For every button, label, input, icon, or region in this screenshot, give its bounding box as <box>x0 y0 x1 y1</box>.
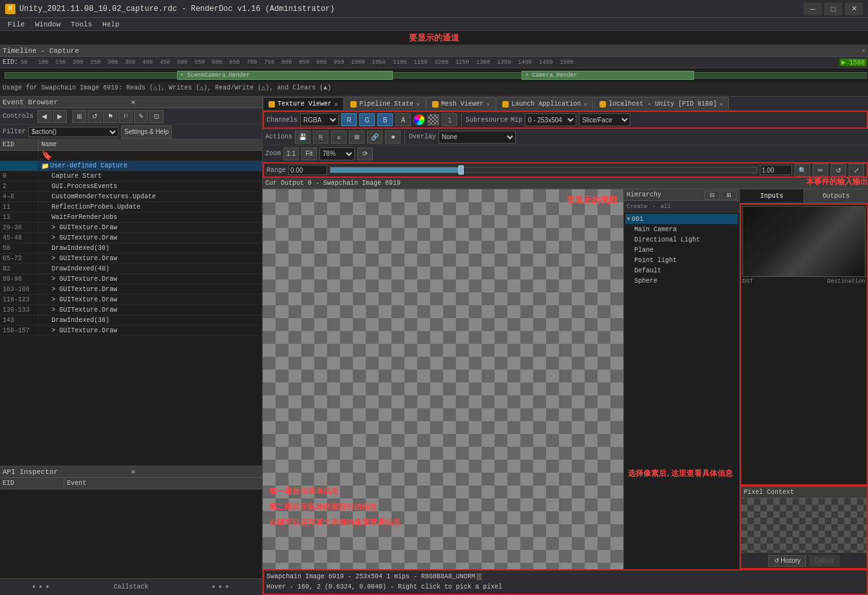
tab-pipeline-state[interactable]: Pipeline State ✕ <box>344 97 426 110</box>
hierarchy-item[interactable]: Main Camera <box>633 224 738 234</box>
settings-btn[interactable]: Settings & Help <box>121 126 172 138</box>
hierarchy-item[interactable]: Point light <box>633 255 738 265</box>
table-row[interactable]: 13 WaitForRenderJobs <box>0 212 262 223</box>
api-dots-right[interactable]: ••• <box>211 582 231 592</box>
overlay-select[interactable]: None <box>439 131 516 144</box>
toolbar-btn2[interactable]: ↺ <box>88 110 102 123</box>
event-browser-toolbar: Controls ◀ ▶ ⊞ ↺ ⚑ ⚐ ✎ ⊡ <box>0 108 262 125</box>
hierarchy-item[interactable]: ▼ 001 <box>625 214 738 224</box>
toolbar-btn6[interactable]: ⊡ <box>149 110 164 123</box>
table-row[interactable]: 116-123 > GUITexture.Draw <box>0 295 262 305</box>
close-button[interactable]: ✕ <box>845 3 863 15</box>
io-content: DST Destination <box>740 203 868 486</box>
table-row[interactable]: 🔖 <box>0 151 262 161</box>
tab-mesh-viewer[interactable]: Mesh Viewer ✕ <box>426 97 496 110</box>
grid-action-btn[interactable]: ⊞ <box>349 131 364 144</box>
table-row[interactable]: 📁 User-defined Capture <box>0 161 262 171</box>
timeline-segment1[interactable]: + SceneCamera_Render <box>177 71 393 80</box>
toolbar-btn3[interactable]: ⚑ <box>103 110 117 123</box>
tab-close[interactable]: ✕ <box>334 100 338 108</box>
hierarchy-btn2[interactable]: ⊞ <box>721 191 737 200</box>
fit-btn[interactable]: Fit <box>301 147 317 160</box>
api-inspector-close[interactable]: ✕ <box>131 468 260 476</box>
copy-action-btn[interactable]: ⎘ <box>313 131 328 144</box>
table-row[interactable]: 2 GUI.ProcessEvents <box>0 182 262 192</box>
g-btn[interactable]: G <box>359 113 375 126</box>
tab-close[interactable]: ✕ <box>486 100 490 108</box>
save-action-btn[interactable]: 💾 <box>295 131 310 144</box>
link-action-btn[interactable]: 🔗 <box>367 131 382 144</box>
tab-close[interactable]: ✕ <box>583 100 587 108</box>
toolbar-btn1[interactable]: ⊞ <box>72 110 86 123</box>
api-dots-left[interactable]: ••• <box>31 582 51 592</box>
range-slider[interactable] <box>330 167 757 173</box>
tab-close[interactable]: ✕ <box>416 100 420 108</box>
table-row[interactable]: 29-36 > GUITexture.Draw <box>0 223 262 233</box>
range-search-btn[interactable]: 🔍 <box>795 164 810 176</box>
toolbar-btn5[interactable]: ✎ <box>134 110 148 123</box>
mip-select[interactable]: 0 - 253x504 <box>525 113 576 126</box>
timeline-segment2[interactable]: + Camera_Render <box>522 71 694 80</box>
table-row[interactable]: 143 DrawIndexed(36) <box>0 316 262 326</box>
event-browser-close[interactable]: ✕ <box>131 98 260 106</box>
nav-fwd-btn[interactable]: ▶ <box>53 110 67 123</box>
timeline-track[interactable]: + SceneCamera_Render + Camera_Render <box>0 68 868 82</box>
table-row[interactable]: 89-96 > GUITexture.Draw <box>0 274 262 285</box>
menu-window[interactable]: Window <box>30 18 66 30</box>
tab-texture-viewer[interactable]: Texture Viewer ✕ <box>263 97 344 110</box>
timeline-close[interactable]: ✕ <box>861 46 865 55</box>
zoom-1-1-btn[interactable]: 1:1 <box>283 147 299 160</box>
menu-tools[interactable]: Tools <box>66 18 97 30</box>
r-btn[interactable]: R <box>341 113 357 126</box>
slice-select[interactable]: Slice/Face <box>579 113 630 126</box>
io-tab-outputs[interactable]: Outputs <box>804 189 868 203</box>
range-max-input[interactable] <box>760 165 792 175</box>
table-row[interactable]: 11 ReflectionProbes.Update <box>0 202 262 212</box>
texture-view[interactable]: 要显示的视图 第一排显示基本信息 第二排显示鼠标停留部分的信息 右键可以选择某个… <box>263 189 623 569</box>
a-btn[interactable]: A <box>395 113 411 126</box>
toolbar-btn4[interactable]: ⚐ <box>118 110 133 123</box>
paste-action-btn[interactable]: ⌅ <box>331 131 346 144</box>
maximize-button[interactable]: □ <box>824 3 842 15</box>
table-row[interactable]: 65-72 > GUITexture.Draw <box>0 254 262 264</box>
io-thumbnail[interactable] <box>742 206 865 277</box>
hierarchy-item[interactable]: Plane <box>633 245 738 255</box>
table-row[interactable]: 4-8 CustomRenderTextures.Update <box>0 192 262 202</box>
menu-help[interactable]: Help <box>97 18 124 30</box>
hierarchy-btn1[interactable]: ⊟ <box>704 191 720 200</box>
hierarchy-item[interactable]: Directional Light <box>633 234 738 245</box>
table-row[interactable]: 82 DrawIndexed(48) <box>0 264 262 274</box>
table-row[interactable]: 58 DrawIndexed(30) <box>0 243 262 254</box>
hierarchy-item[interactable]: Default <box>633 265 738 276</box>
menu-file[interactable]: File <box>3 18 30 30</box>
table-row[interactable]: 150-157 > GUITexture.Draw <box>0 326 262 336</box>
ruler-end: ▶ 1588 <box>840 59 867 66</box>
range-expand-btn[interactable]: ⤢ <box>849 164 864 176</box>
range-min-input[interactable] <box>288 165 327 175</box>
checker-btn[interactable] <box>428 114 439 126</box>
history-btn[interactable]: ↺ History <box>768 555 806 567</box>
zoom-up-btn[interactable]: ⟳ <box>357 147 373 160</box>
tab-localhost[interactable]: localhost - Unity [PID 8180] ✕ <box>594 97 729 110</box>
table-row[interactable]: 0 Capture Start <box>0 171 262 182</box>
debug-btn[interactable]: Debug <box>809 555 839 567</box>
table-row[interactable]: 103-106 > GUITexture.Draw <box>0 285 262 295</box>
star-action-btn[interactable]: ★ <box>385 131 401 144</box>
filter-select[interactable]: $action() <box>28 127 118 137</box>
tab-bar: Texture Viewer ✕ Pipeline State ✕ Mesh V… <box>263 97 868 111</box>
zoom-percent[interactable]: 78% <box>319 147 355 160</box>
flip-btn[interactable]: ⤵ <box>442 113 457 126</box>
range-pipette-btn[interactable]: ✏ <box>813 164 828 176</box>
hierarchy-item[interactable]: Sphere <box>633 276 738 286</box>
range-reset-btn[interactable]: ↺ <box>831 164 846 176</box>
b-btn[interactable]: B <box>377 113 393 126</box>
minimize-button[interactable]: ─ <box>804 3 822 15</box>
channels-select[interactable]: RGBA <box>300 113 339 126</box>
nav-back-btn[interactable]: ◀ <box>37 110 52 123</box>
tab-close[interactable]: ✕ <box>719 100 723 108</box>
io-tab-inputs[interactable]: Inputs <box>740 189 804 203</box>
table-row[interactable]: 130-133 > GUITexture.Draw <box>0 305 262 316</box>
table-row[interactable]: 45-48 > GUITexture.Draw <box>0 233 262 243</box>
color-swatch[interactable] <box>413 114 425 126</box>
tab-launch-app[interactable]: Launch Application ✕ <box>496 97 593 110</box>
